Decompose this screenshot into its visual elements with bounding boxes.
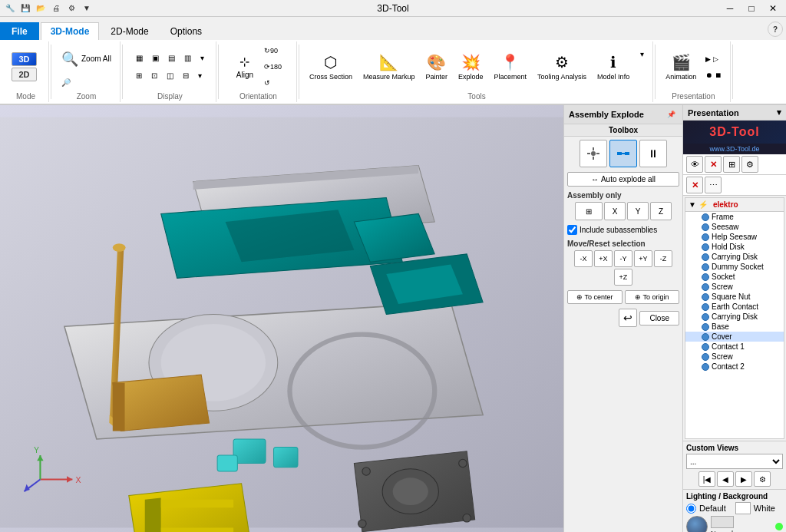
orient-btn1[interactable]: ↻90 [260,43,286,58]
tree-item-0[interactable]: Frame [685,212,784,222]
lighting-white-swatch[interactable] [735,502,751,514]
tree-item-5[interactable]: Dummy Socket [685,262,784,272]
btn-2d[interactable]: 2D [12,68,36,81]
axis-pos-y[interactable]: +Y [634,250,652,267]
cv-select[interactable]: ... [686,454,783,469]
display-btn3[interactable]: ▤ [164,51,179,66]
orientation-sub: ↻90 ⟳180 ↺ [260,43,286,91]
tree-root[interactable]: elektro [710,200,741,210]
cv-next-btn[interactable]: ▶ [735,471,752,487]
explode-btn-scatter[interactable] [580,140,607,167]
maximize-btn[interactable]: □ [741,2,761,15]
btn-3d[interactable]: 3D [12,52,36,66]
open-btn[interactable]: 📂 [34,2,48,15]
tree-item-8[interactable]: Square Nut [685,292,784,302]
orient-btn3[interactable]: ↺ [260,75,286,91]
lighting-default-radio[interactable] [686,504,696,514]
tab-options[interactable]: Options [160,22,212,40]
more-btn[interactable]: ▼ [80,2,94,15]
zoom-extra-btn[interactable]: 🔎 [58,75,115,91]
orient-btn2[interactable]: ⟳180 [260,59,286,74]
painter-btn[interactable]: 🎨 Painter [421,44,451,90]
axis-neg-y[interactable]: -Y [614,250,632,267]
anim-sub1[interactable]: ▶ ▷ [702,51,725,67]
save-btn[interactable]: 💾 [18,2,32,15]
tree-item-14[interactable]: Screw [685,352,784,362]
toolbox-pin-btn[interactable]: 📌 [664,107,678,121]
animation-btn[interactable]: 🎬 Animation [662,44,700,90]
display-more2[interactable]: ▾ [194,68,206,84]
lighting-globe[interactable] [686,516,708,532]
tree-item-1[interactable]: Seesaw [685,222,784,232]
to-center-btn[interactable]: ⊕ To center [567,290,623,304]
tree-item-15[interactable]: Contact 2 [685,362,784,372]
anim-sub2[interactable]: ⏺ ⏹ [702,68,725,83]
viewport[interactable]: X Y [0,105,563,532]
display-btn8[interactable]: ⊟ [179,68,193,84]
tooling-analysis-btn[interactable]: ⚙ Tooling Analysis [533,44,590,90]
close-panel-btn[interactable]: Close [639,311,679,325]
assembly-btn-x[interactable]: X [604,202,626,220]
display-btn7[interactable]: ◫ [163,68,177,84]
tree-item-13[interactable]: Contact 1 [685,342,784,352]
axis-neg-x[interactable]: -X [574,250,593,267]
print-btn[interactable]: 🖨 [49,2,63,15]
include-subassemblies-label[interactable]: Include subassemblies [580,226,657,234]
assembly-btn-z[interactable]: Z [650,202,672,220]
display-more[interactable]: ▾ [196,51,208,66]
cv-first-btn[interactable]: |◀ [698,471,715,487]
to-origin-btn[interactable]: ⊕ To origin [625,290,680,304]
help-btn[interactable]: ? [768,21,783,37]
cv-prev-btn[interactable]: ◀ [717,471,734,487]
cv-settings-btn[interactable]: ⚙ [754,471,771,487]
tree-item-4[interactable]: Carrying Disk [685,252,784,262]
cross-section-btn[interactable]: ⬡ Cross Section [305,44,356,90]
model-info-btn[interactable]: ℹ Model Info [593,44,633,90]
pres-btn-close1[interactable]: ✕ [705,156,722,173]
pres-btn-grid[interactable]: ⊞ [723,156,740,173]
lighting-normal-swatch[interactable] [711,516,734,528]
tree-item-10[interactable]: Carrying Disk [685,312,784,322]
pres-btn-settings[interactable]: ⚙ [741,156,758,173]
display-btn2[interactable]: ▣ [148,51,163,66]
assembly-btn-y[interactable]: Y [627,202,649,220]
measure-markup-btn[interactable]: 📐 Measure Markup [359,44,419,90]
display-btn5[interactable]: ⊞ [132,68,146,84]
minimize-btn[interactable]: ─ [720,2,740,15]
tree-item-7[interactable]: Screw [685,282,784,292]
tree-item-11[interactable]: Base [685,322,784,332]
pres-btn-view1[interactable]: 👁 [686,156,703,173]
tree-item-2[interactable]: Help Seesaw [685,232,784,242]
axis-neg-z[interactable]: -Z [654,250,672,267]
tree-item-6[interactable]: Socket [685,272,784,282]
assembly-btn-main[interactable]: ⊞ [575,202,603,220]
explode-btn[interactable]: 💥 Explode [454,44,487,90]
settings-btn[interactable]: ⚙ [64,2,78,15]
tab-file[interactable]: File [0,22,39,40]
explode-btn-pause[interactable]: ⏸ [639,140,667,167]
tree-item-3[interactable]: Hold Disk [685,242,784,252]
tools-more-btn[interactable]: ▾ [636,46,648,61]
undo-btn[interactable]: ↩ [619,309,637,327]
display-btn6[interactable]: ⊡ [147,68,161,84]
axis-pos-z[interactable]: +Z [614,269,632,286]
placement-btn[interactable]: 📍 Placement [490,44,531,90]
auto-explode-btn[interactable]: ↔ Auto explode all [567,172,679,187]
presentation-panel: Presentation ▾ 3D-Tool www.3D-Tool.de 👁 … [682,105,786,532]
display-btn4[interactable]: ▥ [180,51,195,66]
tab-3dmode[interactable]: 3D-Mode [41,22,100,40]
pres-btn-dots[interactable]: ⋯ [705,177,722,193]
include-subassemblies-cb[interactable] [567,225,577,235]
zoom-all-btn[interactable]: 🔍 Zoom All [58,44,115,74]
axis-pos-x[interactable]: +X [594,250,613,267]
pres-header: Presentation ▾ [683,105,786,121]
app-icon-btn[interactable]: 🔧 [3,2,17,15]
tree-item-9[interactable]: Earth Contact [685,302,784,312]
align-btn[interactable]: ⊹ Align [231,43,259,91]
tree-item-12[interactable]: Cover [685,332,784,342]
pres-btn-close2[interactable]: ✕ [686,177,703,193]
display-btn1[interactable]: ▦ [132,51,147,66]
tab-2dmode[interactable]: 2D-Mode [101,22,158,40]
explode-btn-linear[interactable] [609,140,637,167]
close-btn[interactable]: ✕ [763,2,783,15]
